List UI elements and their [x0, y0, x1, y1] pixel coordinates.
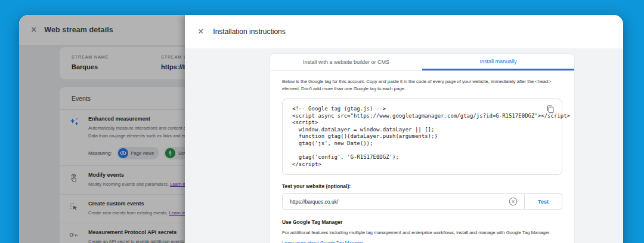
close-icon[interactable]: ×	[198, 27, 203, 36]
gtm-section-body: For additional features including multip…	[282, 229, 562, 236]
tab-install-manually[interactable]: Install manually	[422, 54, 574, 70]
tab-install-with-cms[interactable]: Install with a website builder or CMS	[270, 54, 422, 70]
code-line: <!-- Google tag (gtag.js) -->	[292, 106, 538, 113]
test-website-label: Test your website (optional):	[282, 183, 562, 189]
code-line	[292, 147, 538, 155]
web-stream-details-panel: × Web stream details STREAM NAME Barques…	[19, 15, 185, 243]
test-website-row: Test	[282, 193, 562, 210]
code-line: function gtag(){dataLayer.push(arguments…	[292, 133, 538, 140]
installation-instructions-body: Install with a website builder or CMS In…	[185, 48, 623, 243]
install-card-content: Below is the Google tag for this account…	[270, 71, 574, 243]
code-line: </script>	[292, 161, 538, 168]
modal-scrim[interactable]	[19, 15, 185, 243]
code-line: <script>	[292, 119, 538, 127]
install-tabs: Install with a website builder or CMS In…	[270, 54, 574, 71]
screenshot-root: { "colors": { "accent_blue": "#1a73e8", …	[0, 0, 644, 243]
test-button[interactable]: Test	[525, 199, 562, 205]
clear-input-icon[interactable]	[508, 196, 518, 207]
test-url-input[interactable]	[283, 199, 508, 205]
code-line: gtag('js', new Date());	[292, 140, 538, 147]
gtm-learn-more-link[interactable]: Learn more about Google Tag Manager	[282, 240, 363, 243]
gtag-code-block: <!-- Google tag (gtag.js) --> <script as…	[282, 99, 562, 175]
app-window: × Web stream details STREAM NAME Barques…	[19, 15, 623, 243]
code-line: gtag('config', 'G-R1S17E0DGZ');	[292, 154, 538, 161]
panel-title: Installation instructions	[213, 27, 285, 36]
install-intro-text: Below is the Google tag for this account…	[282, 78, 562, 93]
gtm-section-title: Use Google Tag Manager	[282, 219, 562, 225]
code-line: window.dataLayer = window.dataLayer || […	[292, 127, 538, 134]
installation-instructions-panel: × Installation instructions Install with…	[185, 15, 623, 243]
copy-icon[interactable]	[546, 104, 555, 114]
code-line: <script async src="https://www.googletag…	[292, 113, 538, 120]
installation-instructions-header: × Installation instructions	[185, 15, 623, 48]
install-card: Install with a website builder or CMS In…	[270, 53, 575, 243]
